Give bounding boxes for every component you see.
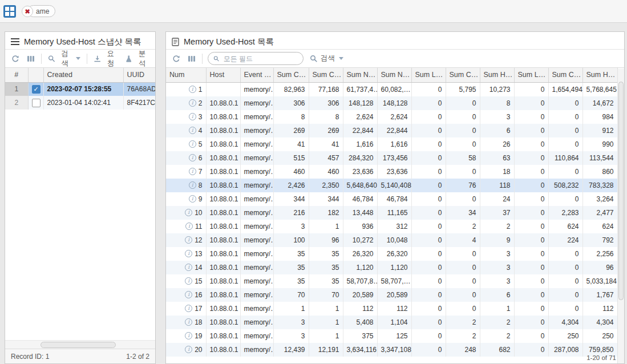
vertical-scrollbar[interactable]: [617, 68, 624, 363]
column-header[interactable]: [28, 68, 43, 82]
info-icon[interactable]: i: [189, 195, 196, 203]
num-cell-content: i14: [169, 261, 203, 274]
info-icon[interactable]: i: [185, 277, 192, 285]
table-row[interactable]: i810.88.0.1memory/…2,4262,3505,648,6405,…: [166, 179, 617, 192]
column-header[interactable]: Sum N…: [343, 68, 377, 82]
value-cell: 0: [548, 302, 582, 316]
table-row[interactable]: i1110.88.0.1memory/…319363120220624624: [166, 220, 617, 233]
value-cell: 0: [446, 261, 480, 274]
column-header[interactable]: Sum N…: [377, 68, 411, 82]
value-cell: 0: [411, 96, 446, 110]
info-icon[interactable]: i: [185, 305, 192, 312]
table-row[interactable]: i1910.88.0.1memory/…313751250220250250: [166, 329, 617, 343]
table-row[interactable]: i610.88.0.1memory/…515457284,320173,4560…: [166, 151, 617, 165]
value-cell: 0: [411, 165, 446, 179]
table-row[interactable]: i1510.88.0.1memory/…353558,707,8…58,707,…: [166, 274, 617, 288]
table-row[interactable]: i1010.88.0.1memory/…21618213,44811,16503…: [166, 206, 617, 220]
snapshot-list-panel: Memory Used-Host 스냅샷 목록 검색 요청 분석 #Create…: [5, 31, 156, 364]
remove-filter-icon[interactable]: ✖: [22, 6, 33, 17]
table-row[interactable]: i1210.88.0.1memory/…1009610,27210,048049…: [166, 233, 617, 247]
column-header[interactable]: Sum C…: [309, 68, 343, 82]
filter-tag[interactable]: ✖ ame: [27, 5, 55, 17]
row-index: 2: [5, 96, 28, 110]
column-header[interactable]: Sum C…: [273, 68, 309, 82]
host-cell: 10.88.0.1: [206, 192, 240, 206]
info-icon[interactable]: i: [185, 346, 192, 353]
event-cell: memory/…: [240, 192, 273, 206]
table-row[interactable]: i510.88.0.1memory/…41411,6161,6160026009…: [166, 137, 617, 151]
info-icon[interactable]: i: [185, 264, 192, 271]
filter-input[interactable]: [223, 54, 298, 63]
analyze-button[interactable]: 분석: [124, 48, 150, 70]
value-cell: 1,654,494: [548, 82, 582, 96]
column-header[interactable]: Sum H…: [480, 68, 514, 82]
value-cell: 96: [309, 233, 343, 247]
toolbar-separator: [41, 54, 42, 64]
refresh-button[interactable]: [10, 54, 21, 64]
column-header[interactable]: Created: [43, 68, 123, 82]
value-cell: 1,120: [343, 261, 377, 274]
column-header[interactable]: Sum C…: [548, 68, 582, 82]
info-icon[interactable]: i: [189, 168, 196, 175]
row-number: 2: [199, 99, 203, 107]
column-header[interactable]: Event …: [240, 68, 273, 82]
column-header[interactable]: Sum C…: [446, 68, 480, 82]
scrollbar-thumb[interactable]: [618, 82, 624, 300]
columns-button[interactable]: [187, 54, 197, 64]
table-row[interactable]: i1810.88.0.1memory/…315,4081,10402204,30…: [166, 316, 617, 329]
request-button[interactable]: 요청: [92, 48, 119, 70]
column-header[interactable]: Host: [206, 68, 240, 82]
info-icon[interactable]: i: [189, 181, 196, 189]
scrollbar-thumb[interactable]: [41, 342, 116, 348]
row-number: 14: [195, 264, 202, 272]
table-row[interactable]: i1310.88.0.1memory/…353526,32026,3200030…: [166, 247, 617, 261]
value-cell: 0: [411, 192, 446, 206]
snapshot-row[interactable]: 22023-01-04 14:02:418F4217C8: [5, 96, 155, 110]
info-icon[interactable]: i: [185, 223, 193, 230]
horizontal-scrollbar[interactable]: [5, 340, 155, 349]
info-icon[interactable]: i: [189, 113, 196, 120]
search-button[interactable]: 검색: [309, 52, 345, 64]
value-cell: 70: [273, 288, 309, 302]
info-icon[interactable]: i: [189, 127, 196, 134]
table-row[interactable]: i1410.88.0.1memory/…35351,1201,120003009…: [166, 261, 617, 274]
info-icon[interactable]: i: [185, 291, 192, 298]
table-row[interactable]: i910.88.0.1memory/…34434446,78446,784002…: [166, 192, 617, 206]
grid-icon: [5, 7, 14, 16]
column-header[interactable]: Sum H…: [582, 68, 617, 82]
search-button[interactable]: 검색: [47, 48, 82, 70]
table-row[interactable]: i410.88.0.1memory/…26926922,84422,844006…: [166, 124, 617, 137]
info-icon[interactable]: i: [189, 99, 196, 107]
table-row[interactable]: i1memory/…82,96377,16861,737,4…60,082,…0…: [166, 82, 617, 96]
column-header[interactable]: Sum L…: [411, 68, 446, 82]
info-icon[interactable]: i: [185, 250, 192, 257]
apps-grid-button[interactable]: [3, 5, 16, 18]
row-checkbox[interactable]: [32, 99, 41, 107]
table-row[interactable]: i310.88.0.1memory/…882,6242,62400300984: [166, 110, 617, 124]
column-header[interactable]: #: [5, 68, 28, 82]
filter-field[interactable]: [208, 52, 304, 65]
table-row[interactable]: i710.88.0.1memory/…46046023,63623,636001…: [166, 165, 617, 179]
table-row[interactable]: i210.88.0.1memory/…306306148,128148,1280…: [166, 96, 617, 110]
info-icon[interactable]: i: [189, 86, 196, 93]
info-icon[interactable]: i: [185, 332, 192, 339]
info-icon[interactable]: i: [189, 140, 196, 148]
refresh-button[interactable]: [171, 54, 181, 64]
value-cell: 0: [446, 302, 480, 316]
snapshot-row[interactable]: 1✓2023-02-07 15:28:5576A68ADE: [5, 82, 155, 96]
table-row[interactable]: i1710.88.0.1memory/…1111211200100112: [166, 302, 617, 316]
table-row[interactable]: i1610.88.0.1memory/…707020,58920,5890060…: [166, 288, 617, 302]
column-header[interactable]: Num: [166, 68, 206, 82]
num-cell: i17: [166, 302, 206, 316]
row-checkbox[interactable]: ✓: [32, 85, 41, 94]
column-header[interactable]: UUID: [123, 68, 155, 82]
value-cell: 1: [309, 329, 343, 343]
columns-button[interactable]: [26, 54, 36, 64]
value-cell: 1: [480, 302, 514, 316]
column-header[interactable]: Sum L…: [514, 68, 548, 82]
table-row[interactable]: i2010.88.0.1memory/…12,43912,1913,634,11…: [166, 343, 617, 357]
info-icon[interactable]: i: [185, 236, 192, 244]
info-icon[interactable]: i: [185, 209, 192, 216]
info-icon[interactable]: i: [189, 154, 196, 161]
info-icon[interactable]: i: [185, 318, 192, 326]
